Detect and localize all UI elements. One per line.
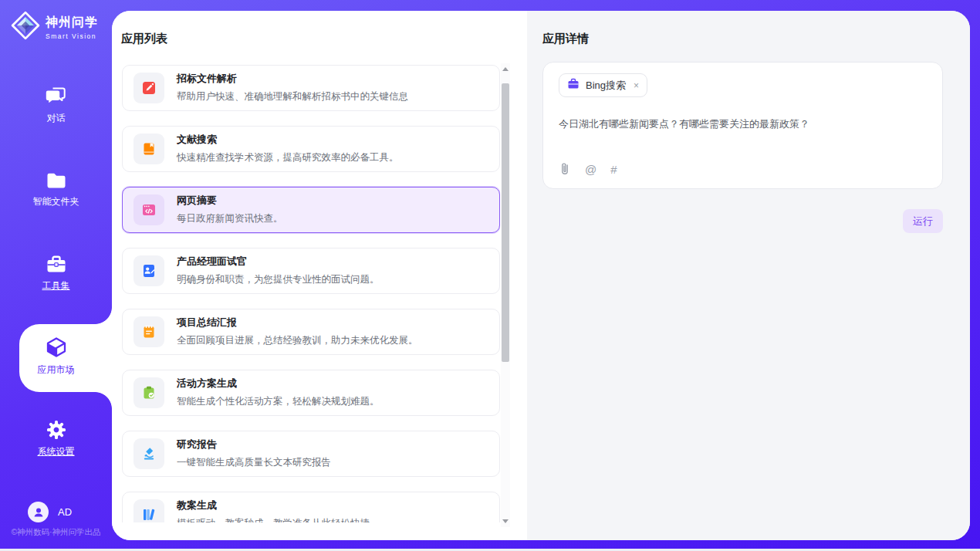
app-item-desc: 智能生成个性化活动方案，轻松解决规划难题。 [177,395,380,408]
app-list-title: 应用列表 [121,32,167,46]
app-list-pane: 应用列表 招标文件解析 帮助用户快速、准确地理解和解析招标书中的关键信息 [112,11,527,540]
sidebar-item-label: 对话 [47,112,66,125]
cube-icon [0,336,112,359]
app-item-event-plan[interactable]: 活动方案生成 智能生成个性化活动方案，轻松解决规划难题。 [122,370,500,416]
clipboard-check-icon [133,377,164,408]
sidebar-item-app-market[interactable]: 应用市场 [0,336,112,377]
main-panel: 应用列表 招标文件解析 帮助用户快速、准确地理解和解析招标书中的关键信息 [112,11,970,540]
scrollbar-thumb[interactable] [502,83,509,362]
app-item-pm-interviewer[interactable]: 产品经理面试官 明确身份和职责，为您提供专业性的面试问题。 [122,248,500,294]
brand-name: 神州问学 [46,15,98,31]
app-item-desc: 模板驱动，教案秒成，教学准备从此轻松快捷 [177,517,370,522]
attachment-icon[interactable] [559,161,571,177]
notepad-icon [133,316,164,347]
chat-icon [0,86,112,107]
sidebar-item-toolset[interactable]: 工具集 [0,254,112,292]
app-item-title: 研究报告 [177,438,331,451]
hashtag-icon[interactable]: # [610,163,617,176]
user-account[interactable]: AD [28,502,72,522]
app-item-web-summary[interactable]: 网页摘要 每日政府新闻资讯快查。 [122,187,500,233]
app-item-desc: 明确身份和职责，为您提供专业性的面试问题。 [177,273,380,286]
edit-doc-icon [133,73,164,103]
toolbox-icon [0,254,112,275]
sidebar-item-settings[interactable]: 系统设置 [0,419,112,458]
app-item-project-summary[interactable]: 项目总结汇报 全面回顾项目进展，总结经验教训，助力未来优化发展。 [122,309,500,355]
tool-chip-bing-search[interactable]: Bing搜索 × [559,73,647,97]
app-item-title: 招标文件解析 [177,73,408,85]
sidebar-item-label: 工具集 [42,279,70,292]
app-item-title: 网页摘要 [177,194,283,207]
app-item-desc: 快速精准查找学术资源，提高研究效率的必备工具。 [177,151,399,164]
app-item-desc: 一键智能生成高质量长文本研究报告 [177,456,331,469]
brand-subtitle: Smart Vision [46,32,98,40]
books-icon [133,499,164,522]
app-item-literature-search[interactable]: 文献搜索 快速精准查找学术资源，提高研究效率的必备工具。 [122,126,500,172]
app-details-pane: 应用详情 Bing搜索 × 今日湖北有哪些新闻要点？有哪些需要关注的最新政策？ [527,11,970,540]
app-item-title: 活动方案生成 [177,377,380,390]
run-button[interactable]: 运行 [903,209,943,233]
app-item-bid-document-analysis[interactable]: 招标文件解析 帮助用户快速、准确地理解和解析招标书中的关键信息 [122,65,500,111]
scroll-down-arrow-icon[interactable] [502,519,509,523]
briefcase-icon [567,78,580,93]
app-item-desc: 帮助用户快速、准确地理解和解析招标书中的关键信息 [177,90,408,103]
app-item-research-report[interactable]: 研究报告 一键智能生成高质量长文本研究报告 [122,431,500,477]
book-icon [133,134,164,164]
folder-icon [0,171,112,191]
sidebar-item-smart-folder[interactable]: 智能文件夹 [0,171,112,208]
sidebar-item-label: 智能文件夹 [33,195,79,208]
chip-close-icon[interactable]: × [634,80,639,91]
app-item-title: 项目总结汇报 [177,316,418,329]
user-initials: AD [58,506,72,518]
sidebar: 神州问学 Smart Vision 对话 智能文件夹 [0,0,112,551]
mention-icon[interactable]: @ [585,163,596,176]
app-item-desc: 全面回顾项目进展，总结经验教训，助力未来优化发展。 [177,334,418,347]
app-list-scrollbar[interactable] [501,63,510,527]
sidebar-item-chat[interactable]: 对话 [0,86,112,125]
gear-icon [0,419,112,441]
interviewer-icon [133,255,164,286]
tool-chip-label: Bing搜索 [586,79,626,93]
scroll-up-arrow-icon[interactable] [502,67,509,71]
prompt-input[interactable]: 今日湖北有哪些新闻要点？有哪些需要关注的最新政策？ [559,117,927,131]
app-details-title: 应用详情 [542,32,589,46]
microscope-icon [133,438,164,469]
app-item-title: 文献搜索 [177,134,399,146]
app-logo: 神州问学 Smart Vision [11,11,98,43]
browser-icon [133,194,164,225]
avatar [28,502,49,522]
app-list: 招标文件解析 帮助用户快速、准确地理解和解析招标书中的关键信息 文献搜索 快速精… [122,65,500,522]
app-item-title: 产品经理面试官 [177,255,380,268]
prompt-card: Bing搜索 × 今日湖北有哪些新闻要点？有哪些需要关注的最新政策？ @ # [542,62,943,189]
sidebar-item-label: 系统设置 [38,445,75,458]
copyright-footer: ©神州数码·神州问学出品 [0,527,112,538]
app-item-desc: 每日政府新闻资讯快查。 [177,212,283,225]
sidebar-item-label: 应用市场 [38,363,75,377]
app-item-lesson-plan[interactable]: 教案生成 模板驱动，教案秒成，教学准备从此轻松快捷 [122,492,500,522]
brand-diamond-icon [11,11,40,43]
app-item-title: 教案生成 [177,499,370,512]
